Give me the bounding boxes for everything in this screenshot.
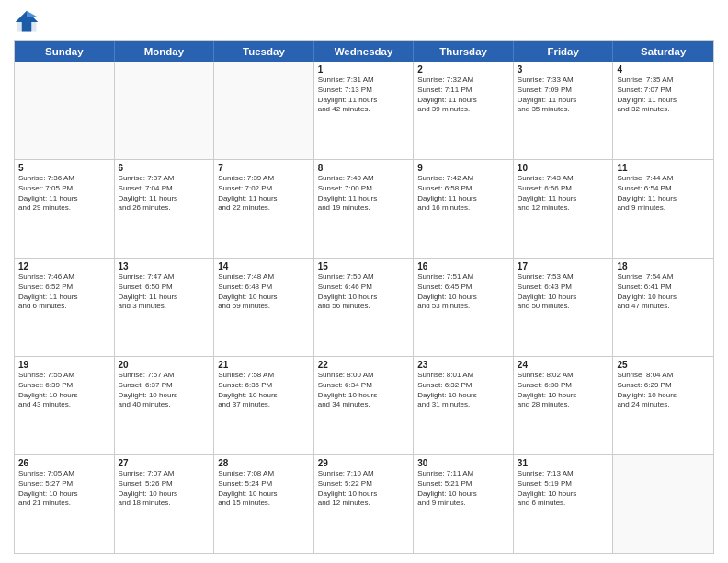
cell-info: Daylight: 10 hours: [119, 489, 210, 500]
cell-info: Sunset: 7:00 PM: [318, 184, 410, 194]
cell-info: Sunset: 6:43 PM: [518, 282, 609, 293]
cell-info: Daylight: 10 hours: [417, 489, 509, 500]
day-number: 29: [318, 458, 410, 468]
cell-info: and 3 minutes.: [119, 302, 210, 312]
cell-info: and 39 minutes.: [417, 105, 509, 115]
cell-info: Daylight: 10 hours: [119, 391, 210, 401]
cell-info: Sunset: 6:41 PM: [617, 282, 710, 293]
cell-info: Sunrise: 8:01 AM: [417, 371, 509, 381]
cell-info: Daylight: 10 hours: [18, 489, 110, 500]
day-number: 22: [318, 360, 410, 370]
calendar-cell: 28Sunrise: 7:08 AMSunset: 5:24 PMDayligh…: [214, 455, 314, 553]
day-number: 2: [417, 64, 509, 75]
cell-info: Sunset: 6:58 PM: [417, 184, 509, 194]
day-number: 20: [119, 360, 210, 370]
day-number: 8: [318, 163, 410, 173]
calendar-body: 1Sunrise: 7:31 AMSunset: 7:13 PMDaylight…: [15, 62, 713, 553]
calendar-cell: 24Sunrise: 8:02 AMSunset: 6:30 PMDayligh…: [514, 357, 614, 454]
day-number: 6: [119, 163, 210, 173]
cell-info: Daylight: 11 hours: [318, 96, 410, 106]
day-number: 31: [518, 458, 609, 468]
day-number: 27: [119, 458, 210, 468]
calendar-row: 5Sunrise: 7:36 AMSunset: 7:05 PMDaylight…: [15, 160, 713, 259]
calendar-cell: 12Sunrise: 7:46 AMSunset: 6:52 PMDayligh…: [15, 259, 115, 356]
weekday-header: Friday: [514, 41, 614, 62]
weekday-header: Wednesday: [314, 41, 415, 62]
cell-info: and 29 minutes.: [18, 203, 110, 213]
cell-info: Daylight: 10 hours: [318, 293, 410, 303]
cell-info: Sunset: 6:46 PM: [318, 282, 410, 293]
cell-info: Sunrise: 7:55 AM: [18, 371, 110, 381]
cell-info: and 40 minutes.: [119, 400, 210, 410]
cell-info: and 28 minutes.: [518, 400, 609, 410]
cell-info: Sunrise: 7:32 AM: [417, 75, 509, 86]
cell-info: and 6 minutes.: [18, 302, 110, 312]
calendar-cell: [115, 62, 215, 159]
cell-info: Sunset: 6:36 PM: [218, 381, 310, 391]
cell-info: and 34 minutes.: [318, 400, 410, 410]
calendar-cell: 21Sunrise: 7:58 AMSunset: 6:36 PMDayligh…: [214, 357, 314, 454]
logo: [14, 9, 43, 35]
cell-info: Daylight: 10 hours: [518, 293, 609, 303]
cell-info: Sunrise: 7:08 AM: [218, 469, 310, 479]
page: SundayMondayTuesdayWednesdayThursdayFrid…: [0, 0, 728, 563]
cell-info: Sunset: 7:07 PM: [617, 86, 710, 96]
calendar-row: 26Sunrise: 7:05 AMSunset: 5:27 PMDayligh…: [15, 455, 713, 553]
cell-info: and 31 minutes.: [417, 400, 509, 410]
cell-info: and 59 minutes.: [218, 302, 310, 312]
day-number: 25: [617, 360, 710, 370]
cell-info: Daylight: 11 hours: [318, 194, 410, 204]
day-number: 13: [119, 261, 210, 271]
cell-info: Daylight: 11 hours: [18, 194, 110, 204]
cell-info: and 12 minutes.: [318, 499, 410, 509]
cell-info: and 37 minutes.: [218, 400, 310, 410]
cell-info: Sunrise: 7:43 AM: [518, 174, 609, 184]
calendar-cell: 7Sunrise: 7:39 AMSunset: 7:02 PMDaylight…: [214, 160, 314, 258]
logo-icon: [14, 9, 40, 35]
calendar-header: SundayMondayTuesdayWednesdayThursdayFrid…: [15, 41, 713, 62]
cell-info: and 15 minutes.: [218, 499, 310, 509]
calendar-cell: 2Sunrise: 7:32 AMSunset: 7:11 PMDaylight…: [414, 62, 514, 159]
cell-info: and 16 minutes.: [417, 203, 509, 213]
cell-info: Daylight: 11 hours: [417, 194, 509, 204]
cell-info: Sunrise: 8:02 AM: [518, 371, 609, 381]
calendar-cell: 17Sunrise: 7:53 AMSunset: 6:43 PMDayligh…: [514, 259, 614, 356]
cell-info: Daylight: 10 hours: [218, 391, 310, 401]
weekday-header: Monday: [115, 41, 215, 62]
cell-info: Sunrise: 7:44 AM: [617, 174, 710, 184]
cell-info: Sunset: 6:37 PM: [119, 381, 210, 391]
day-number: 21: [218, 360, 310, 370]
cell-info: Daylight: 10 hours: [218, 293, 310, 303]
calendar-cell: 10Sunrise: 7:43 AMSunset: 6:56 PMDayligh…: [514, 160, 614, 258]
cell-info: Daylight: 11 hours: [218, 194, 310, 204]
day-number: 7: [218, 163, 310, 173]
day-number: 16: [417, 261, 509, 271]
cell-info: and 12 minutes.: [518, 203, 609, 213]
cell-info: and 32 minutes.: [617, 105, 710, 115]
cell-info: and 21 minutes.: [18, 499, 110, 509]
cell-info: Sunrise: 7:40 AM: [318, 174, 410, 184]
day-number: 1: [318, 64, 410, 75]
cell-info: Sunrise: 7:33 AM: [518, 75, 609, 86]
cell-info: Daylight: 10 hours: [617, 391, 710, 401]
day-number: 4: [617, 64, 710, 75]
calendar-cell: [613, 455, 713, 553]
cell-info: Daylight: 10 hours: [417, 293, 509, 303]
cell-info: Sunset: 6:56 PM: [518, 184, 609, 194]
calendar-cell: 8Sunrise: 7:40 AMSunset: 7:00 PMDaylight…: [314, 160, 415, 258]
cell-info: Sunset: 7:02 PM: [218, 184, 310, 194]
cell-info: Sunset: 5:24 PM: [218, 479, 310, 489]
cell-info: and 9 minutes.: [417, 499, 509, 509]
calendar-cell: 18Sunrise: 7:54 AMSunset: 6:41 PMDayligh…: [613, 259, 713, 356]
day-number: 5: [18, 163, 110, 173]
cell-info: and 35 minutes.: [518, 105, 609, 115]
calendar-cell: 29Sunrise: 7:10 AMSunset: 5:22 PMDayligh…: [314, 455, 415, 553]
cell-info: Sunset: 6:30 PM: [518, 381, 609, 391]
day-number: 17: [518, 261, 609, 271]
cell-info: Daylight: 11 hours: [18, 293, 110, 303]
cell-info: and 47 minutes.: [617, 302, 710, 312]
weekday-header: Saturday: [613, 41, 713, 62]
cell-info: Sunrise: 7:39 AM: [218, 174, 310, 184]
cell-info: Sunset: 6:52 PM: [18, 282, 110, 293]
calendar-cell: 20Sunrise: 7:57 AMSunset: 6:37 PMDayligh…: [115, 357, 215, 454]
